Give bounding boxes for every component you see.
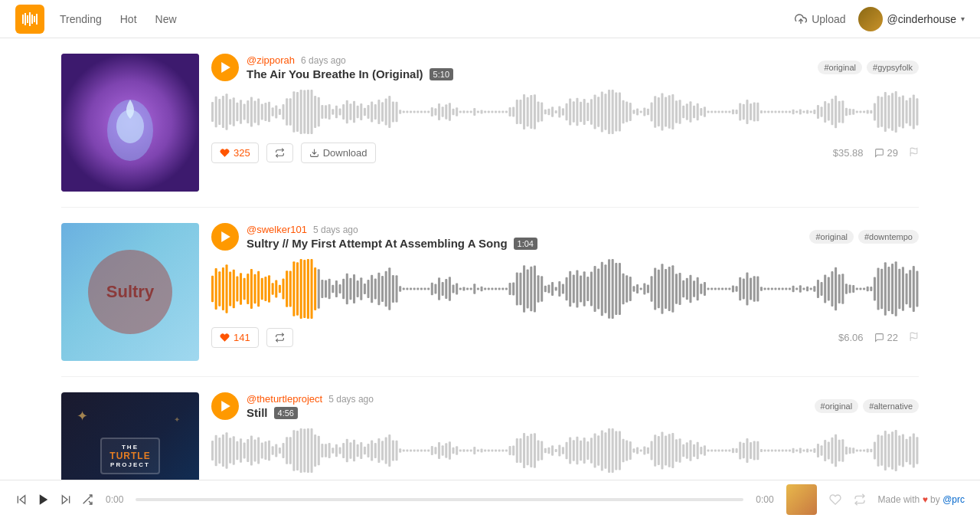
svg-rect-520 <box>576 437 578 465</box>
track-stats-1: $35.88 29 <box>833 147 919 159</box>
svg-rect-440 <box>292 430 295 470</box>
svg-rect-116 <box>580 102 582 122</box>
svg-rect-86 <box>473 108 475 116</box>
play-button-3[interactable] <box>211 392 239 420</box>
tag-genre-3[interactable]: #alternative <box>863 399 919 413</box>
svg-rect-421 <box>226 432 228 468</box>
svg-rect-150 <box>700 108 702 116</box>
svg-rect-36 <box>296 92 299 132</box>
prev-button[interactable] <box>15 493 28 506</box>
svg-rect-413 <box>913 266 915 312</box>
svg-rect-287 <box>466 288 469 290</box>
svg-rect-577 <box>778 450 780 452</box>
svg-rect-398 <box>859 288 861 290</box>
nav-hot[interactable]: Hot <box>120 13 137 25</box>
svg-rect-26 <box>261 103 263 120</box>
svg-rect-433 <box>268 441 270 461</box>
svg-rect-365 <box>743 278 745 299</box>
svg-rect-399 <box>863 288 865 290</box>
svg-rect-24 <box>254 101 256 123</box>
svg-rect-167 <box>760 110 763 113</box>
svg-rect-281 <box>445 279 447 299</box>
svg-rect-149 <box>697 103 699 121</box>
play-button-2[interactable] <box>211 223 239 251</box>
svg-rect-454 <box>342 443 345 458</box>
svg-rect-512 <box>547 448 550 454</box>
svg-rect-114 <box>573 101 575 123</box>
svg-rect-226 <box>250 269 253 309</box>
flag-icon-2[interactable] <box>909 332 919 344</box>
tag-original-3[interactable]: #original <box>815 399 859 413</box>
user-menu[interactable]: @cinderhouse ▾ <box>858 7 965 31</box>
made-with-link[interactable]: @prc <box>942 494 965 505</box>
player-play-button[interactable] <box>37 493 51 507</box>
svg-rect-156 <box>721 111 724 113</box>
track-user-2[interactable]: @swelker101 <box>247 224 307 235</box>
svg-rect-104 <box>537 102 540 123</box>
svg-rect-278 <box>434 284 436 294</box>
nav-trending[interactable]: Trending <box>60 13 102 25</box>
svg-rect-133 <box>640 111 642 113</box>
download-button-1[interactable]: Download <box>301 143 376 163</box>
svg-rect-132 <box>636 108 639 115</box>
svg-rect-531 <box>615 431 617 470</box>
repost-button-2[interactable] <box>266 328 293 347</box>
track-title-1: The Air You Breathe In (Original) <box>247 67 423 80</box>
svg-rect-204 <box>891 93 893 131</box>
svg-rect-370 <box>760 287 763 290</box>
repost-button-1[interactable] <box>266 143 293 162</box>
waveform-2[interactable] <box>211 258 919 320</box>
svg-rect-449 <box>325 444 327 457</box>
svg-rect-363 <box>736 286 738 292</box>
progress-bar[interactable] <box>136 498 743 501</box>
waveform-1[interactable]: /* waveform bars rendered below */ <box>211 89 919 135</box>
track-artwork-2[interactable]: Sultry <box>61 223 199 361</box>
tag-original-1[interactable]: #original <box>818 61 862 74</box>
svg-rect-131 <box>632 110 635 114</box>
svg-rect-366 <box>746 273 748 306</box>
svg-rect-552 <box>689 440 691 461</box>
like-button-2[interactable]: 141 <box>211 327 259 348</box>
svg-rect-55 <box>364 108 366 116</box>
track-artwork-1[interactable] <box>61 54 199 192</box>
track-user-3[interactable]: @theturtleproject <box>247 393 322 405</box>
svg-rect-261 <box>374 279 377 300</box>
svg-rect-283 <box>452 284 455 293</box>
logo[interactable] <box>15 5 44 34</box>
svg-rect-324 <box>597 269 599 310</box>
svg-rect-342 <box>661 264 663 313</box>
shuffle-button[interactable] <box>81 493 93 506</box>
waveform-3[interactable] <box>211 428 919 474</box>
player-heart-button[interactable] <box>829 493 841 506</box>
svg-rect-358 <box>717 288 720 290</box>
like-button-1[interactable]: 325 <box>211 143 259 163</box>
svg-rect-602 <box>867 449 869 453</box>
svg-rect-425 <box>240 438 242 462</box>
next-button[interactable] <box>60 493 72 506</box>
track-body-2: @swelker101 5 days ago Sultry // My Firs… <box>199 223 919 348</box>
tag-original-2[interactable]: #original <box>809 230 854 244</box>
svg-rect-371 <box>764 288 766 290</box>
svg-rect-513 <box>551 445 554 455</box>
svg-rect-221 <box>233 270 235 308</box>
svg-rect-445 <box>311 428 313 473</box>
tag-genre-1[interactable]: #gypsyfolk <box>867 61 919 74</box>
tag-genre-2[interactable]: #downtempo <box>858 230 919 244</box>
play-button-1[interactable] <box>211 54 239 81</box>
svg-rect-479 <box>431 446 433 455</box>
svg-rect-534 <box>626 441 628 461</box>
svg-rect-228 <box>257 271 260 307</box>
svg-rect-508 <box>534 433 536 468</box>
nav-new[interactable]: New <box>155 13 177 25</box>
track-user-1[interactable]: @zipporah <box>247 54 295 66</box>
upload-button[interactable]: Upload <box>795 13 845 25</box>
svg-rect-56 <box>368 105 370 119</box>
player-repost-button[interactable] <box>854 493 866 506</box>
flag-icon-1[interactable] <box>909 147 919 159</box>
svg-rect-314 <box>562 284 564 294</box>
svg-rect-271 <box>410 288 412 290</box>
comment-icon-2: 22 <box>874 332 898 343</box>
svg-rect-504 <box>519 438 521 463</box>
svg-rect-101 <box>527 97 529 126</box>
svg-rect-510 <box>541 441 543 460</box>
